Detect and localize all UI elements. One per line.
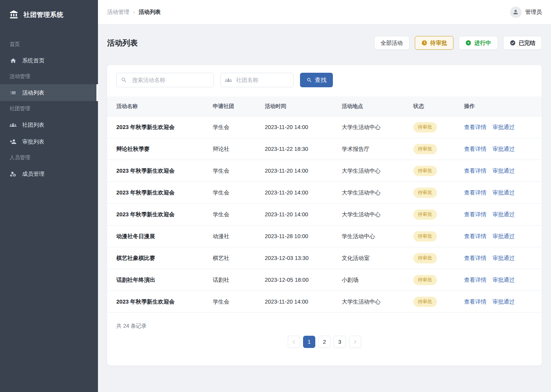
cell-time: 2023-11-20 14:00 [265,299,342,305]
view-details-link[interactable]: 查看详情 [464,167,486,175]
chevron-left-icon [291,339,297,345]
cell-club: 学生会 [213,124,265,131]
filter-pending-button[interactable]: 待审批 [415,36,454,50]
view-details-link[interactable]: 查看详情 [464,189,486,196]
table-footer: 共 24 条记录 123 [107,313,542,366]
cell-status: 待审批 [413,166,464,176]
filter-label: 进行中 [474,39,491,47]
view-details-link[interactable]: 查看详情 [464,211,486,218]
pagination-prev-button[interactable] [288,336,300,348]
breadcrumb: 活动管理 › 活动列表 [107,8,161,16]
sidebar-item-label: 社团列表 [22,121,44,129]
app-title: 社团管理系统 [23,10,64,19]
cell-status: 待审批 [413,275,464,285]
breadcrumb-current: 活动列表 [139,8,161,16]
search-row: 查找 [107,65,542,96]
filter-done-button[interactable]: 已完结 [503,36,542,50]
sidebar-item-approval-list[interactable]: 审批列表 [0,133,98,150]
cell-time: 2023-11-20 14:00 [265,211,342,217]
cell-status: 待审批 [413,253,464,263]
cell-activity-name: 话剧社年终演出 [116,276,213,284]
table-body: 2023 年秋季新生欢迎会 学生会 2023-11-20 14:00 大学生活动… [107,116,542,313]
pagination-page-button[interactable]: 2 [318,336,331,348]
cell-club: 动漫社 [213,233,265,240]
approve-link[interactable]: 审批通过 [492,189,515,196]
pagination: 123 [116,336,533,348]
cell-location: 大学生活动中心 [342,167,413,175]
cell-location: 学术报告厅 [342,145,413,153]
cell-location: 大学生活动中心 [342,211,413,218]
view-details-link[interactable]: 查看详情 [464,255,486,262]
view-details-link[interactable]: 查看详情 [464,124,486,131]
breadcrumb-parent[interactable]: 活动管理 [107,8,129,16]
cell-location: 学生活动中心 [342,233,413,240]
user-menu[interactable]: 管理员 [510,7,542,18]
cell-actions: 查看详情 审批通过 [464,145,533,153]
filter-all-button[interactable]: 全部活动 [374,36,409,50]
bank-icon [9,10,18,19]
activity-search-wrap [116,73,214,87]
person-gear-icon [10,170,16,178]
cell-time: 2023-12-05 18:00 [265,277,342,283]
cell-actions: 查看详情 审批通过 [464,189,533,196]
cell-club: 学生会 [213,298,265,305]
nav-section-people: 人员管理 [0,150,98,165]
chevron-right-icon: › [133,9,135,15]
sidebar-item-system-home[interactable]: 系统首页 [0,52,98,69]
filter-running-button[interactable]: 进行中 [459,36,498,50]
cell-location: 大学生活动中心 [342,124,413,131]
approve-link[interactable]: 审批通过 [492,145,515,153]
cell-club: 话剧社 [213,276,265,284]
search-button[interactable]: 查找 [300,73,333,87]
view-details-link[interactable]: 查看详情 [464,298,486,305]
sidebar-item-activity-list[interactable]: 活动列表 [0,84,98,101]
cell-time: 2023-11-22 18:30 [265,146,342,152]
cell-activity-name: 2023 年秋季新生欢迎会 [116,124,213,131]
cell-club: 学生会 [213,167,265,175]
approve-link[interactable]: 审批通过 [492,124,515,131]
status-badge: 待审批 [413,122,437,132]
activity-search-input[interactable] [116,73,214,87]
filter-label: 全部活动 [381,39,403,47]
cell-status: 待审批 [413,144,464,154]
sidebar-item-member-management[interactable]: 成员管理 [0,165,98,182]
pagination-page-button[interactable]: 3 [334,336,346,348]
cell-actions: 查看详情 审批通过 [464,255,533,262]
cell-activity-name: 棋艺社象棋比赛 [116,255,213,262]
cell-status: 待审批 [413,297,464,307]
column-header: 活动名称 [116,103,213,110]
pagination-next-button[interactable] [349,336,361,348]
status-badge: 待审批 [413,275,437,285]
approve-link[interactable]: 审批通过 [492,233,515,240]
view-details-link[interactable]: 查看详情 [464,145,486,153]
cell-status: 待审批 [413,231,464,242]
sidebar-item-club-list[interactable]: 社团列表 [0,116,98,133]
table-row: 2023 年秋季新生欢迎会 学生会 2023-11-20 14:00 大学生活动… [107,160,542,182]
table-row: 2023 年秋季新生欢迎会 学生会 2023-11-20 14:00 大学生活动… [107,291,542,313]
approve-link[interactable]: 审批通过 [492,298,515,305]
table-row: 话剧社年终演出 话剧社 2023-12-05 18:00 小剧场 待审批 查看详… [107,269,542,291]
check-icon [510,40,516,46]
club-search-wrap [220,73,293,87]
cell-location: 小剧场 [342,276,413,284]
column-header: 状态 [413,103,464,110]
view-details-link[interactable]: 查看详情 [464,233,486,240]
view-details-link[interactable]: 查看详情 [464,276,486,284]
table-row: 棋艺社象棋比赛 棋艺社 2023-12-03 13:30 文化活动室 待审批 查… [107,247,542,269]
approve-link[interactable]: 审批通过 [492,211,515,218]
cell-actions: 查看详情 审批通过 [464,167,533,175]
cell-actions: 查看详情 审批通过 [464,211,533,218]
filter-label: 已完结 [519,39,536,47]
table-row: 动漫社冬日漫展 动漫社 2023-11-28 10:00 学生活动中心 待审批 … [107,225,542,247]
topbar: 活动管理 › 活动列表 管理员 [98,0,551,24]
approve-link[interactable]: 审批通过 [492,276,515,284]
approve-link[interactable]: 审批通过 [492,167,515,175]
search-icon [121,77,127,83]
search-icon [306,77,312,83]
pagination-page-button[interactable]: 1 [303,336,315,348]
cell-time: 2023-11-20 14:00 [265,189,342,196]
approve-link[interactable]: 审批通过 [492,255,515,262]
cell-actions: 查看详情 审批通过 [464,298,533,305]
groups-icon [10,121,16,129]
pagination-pages: 123 [303,336,346,348]
